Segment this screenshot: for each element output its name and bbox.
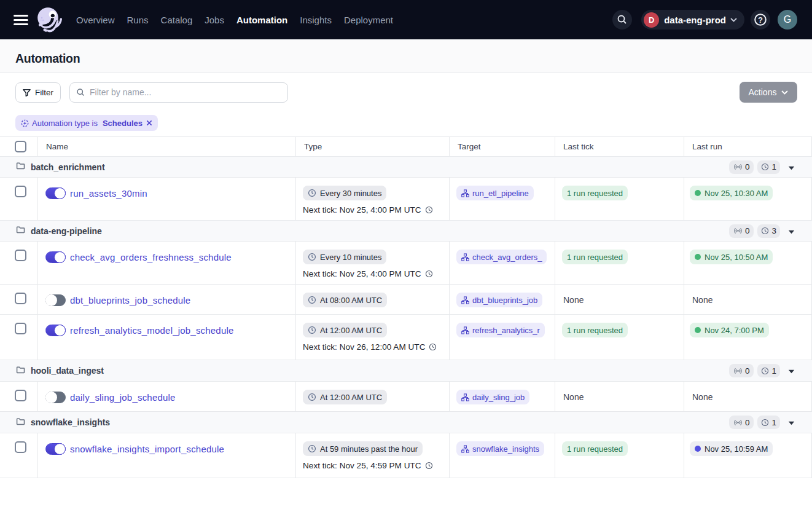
svg-text:?: ? <box>758 15 763 25</box>
